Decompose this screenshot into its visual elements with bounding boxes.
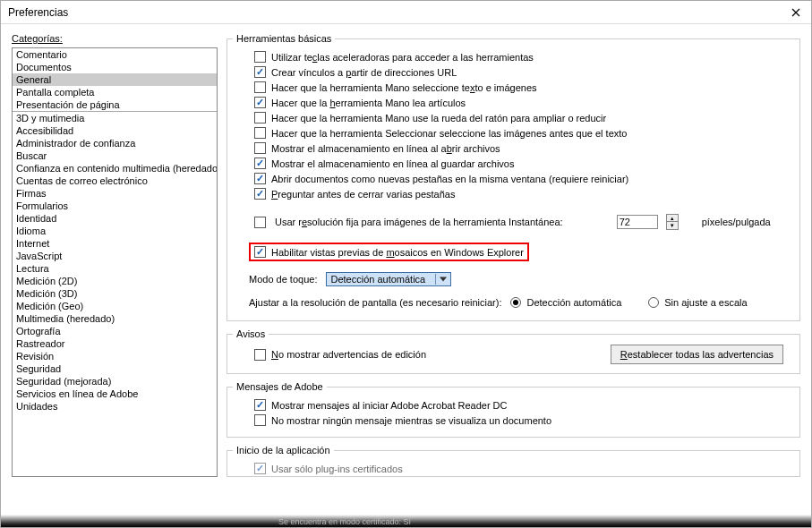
option-checkbox[interactable] — [254, 158, 266, 169]
category-item[interactable]: Servicios en línea de Adobe — [13, 387, 217, 400]
startup-legend: Inicio de la aplicación — [233, 445, 334, 456]
option-row: Mostrar el almacenamiento en línea al ab… — [254, 141, 783, 156]
category-item[interactable]: JavaScript — [13, 250, 217, 262]
option-checkbox[interactable] — [254, 66, 266, 78]
option-checkbox[interactable] — [254, 399, 266, 411]
option-row: Abrir documentos como nuevas pestañas en… — [254, 171, 783, 186]
category-item[interactable]: Ortografía — [13, 325, 217, 337]
option-row: No mostrar ningún mensaje mientras se vi… — [254, 413, 783, 428]
fixed-resolution-checkbox[interactable] — [254, 217, 266, 228]
avisos-legend: Avisos — [233, 328, 269, 339]
option-label: Preguntar antes de cerrar varias pestaña… — [271, 189, 455, 200]
category-item[interactable]: Revisión — [13, 350, 217, 362]
snapshot-resolution-row: Usar resolución fija para imágenes de la… — [254, 210, 783, 234]
window-title: Preferencias — [8, 6, 68, 19]
category-item[interactable]: Seguridad (mejorada) — [13, 375, 217, 387]
scale-none-radio[interactable]: Sin ajuste a escala — [648, 297, 747, 308]
category-item[interactable]: Unidades — [13, 400, 217, 413]
resolution-input[interactable] — [617, 215, 658, 229]
category-item[interactable]: Buscar — [13, 149, 217, 162]
category-item[interactable]: Pantalla completa — [13, 86, 217, 98]
category-item[interactable]: Firmas — [13, 187, 217, 200]
option-checkbox[interactable] — [254, 188, 266, 200]
option-checkbox[interactable] — [254, 112, 266, 123]
scale-auto-label: Detección automática — [526, 297, 621, 308]
resolution-unit: píxeles/pulgada — [702, 217, 771, 227]
enable-thumbnails-checkbox[interactable] — [254, 246, 266, 258]
avisos-group: Avisos No mostrar advertencias de edició… — [227, 328, 800, 374]
dialog-content: Categorías: ComentarioDocumentosGeneralP… — [1, 24, 811, 527]
touch-mode-row: Modo de toque: Detección automática — [249, 268, 783, 290]
scale-row: Ajustar a la resolución de pantalla (es … — [249, 294, 783, 311]
option-checkbox[interactable] — [254, 81, 266, 93]
option-checkbox[interactable] — [254, 142, 266, 154]
category-item[interactable]: Rastreador — [13, 337, 217, 350]
category-item[interactable]: Medición (Geo) — [13, 300, 217, 312]
category-item[interactable]: Seguridad — [13, 362, 217, 375]
category-item[interactable]: Cuentas de correo electrónico — [13, 175, 217, 187]
touch-mode-label: Modo de toque: — [249, 274, 317, 285]
option-checkbox[interactable] — [254, 173, 266, 184]
category-item[interactable]: Comentario — [13, 48, 217, 61]
basic-tools-group: Herramientas básicas Utilizar teclas ace… — [227, 33, 800, 321]
scale-auto-radio[interactable]: Detección automática — [510, 297, 621, 308]
category-item[interactable]: Medición (3D) — [13, 287, 217, 300]
category-item[interactable]: Internet — [13, 237, 217, 250]
adobe-messages-group: Mensajes de Adobe Mostrar mensajes al in… — [227, 381, 800, 438]
option-checkbox[interactable] — [254, 51, 266, 63]
category-item[interactable]: 3D y mutimedia — [13, 112, 217, 124]
touch-mode-value: Detección automática — [330, 274, 425, 285]
option-label: Hacer que la herramienta Mano lea artícu… — [271, 98, 466, 108]
settings-panel: Herramientas básicas Utilizar teclas ace… — [227, 33, 800, 518]
option-label: Mostrar mensajes al iniciar Adobe Acroba… — [271, 400, 508, 411]
option-label: Hacer que la herramienta Mano seleccione… — [271, 82, 537, 93]
categories-list[interactable]: ComentarioDocumentosGeneralPantalla comp… — [12, 47, 218, 477]
option-label: Mostrar el almacenamiento en línea al gu… — [271, 158, 515, 169]
close-icon — [791, 8, 800, 17]
category-item[interactable]: Presentación de página — [13, 98, 217, 111]
option-label: No mostrar ningún mensaje mientras se vi… — [271, 415, 551, 426]
basic-tools-legend: Herramientas básicas — [233, 33, 335, 44]
reset-warnings-button[interactable]: Restablecer todas las advertencias — [611, 345, 783, 364]
certified-plugins-label: Usar sólo plug-ins certificados — [271, 464, 403, 474]
radio-dot-icon — [510, 297, 521, 308]
certified-plugins-checkbox[interactable] — [254, 463, 266, 474]
option-label: Crear vínculos a partir de direcciones U… — [271, 67, 457, 78]
titlebar: Preferencias — [1, 1, 811, 24]
category-item[interactable]: Lectura — [13, 262, 217, 275]
option-checkbox[interactable] — [254, 97, 266, 108]
option-row: Hacer que la herramienta Mano lea artícu… — [254, 95, 783, 110]
close-button[interactable] — [788, 4, 804, 21]
option-row: Mostrar el almacenamiento en línea al gu… — [254, 156, 783, 171]
option-row: Utilizar teclas aceleradoras para accede… — [254, 49, 783, 64]
highlighted-option: Habilitar vistas previas de mosaicos en … — [249, 243, 529, 261]
category-item[interactable]: Formularios — [13, 200, 217, 212]
touch-mode-select[interactable]: Detección automática — [326, 272, 451, 286]
hide-edit-warnings-checkbox[interactable] — [254, 349, 266, 361]
option-label: Mostrar el almacenamiento en línea al ab… — [271, 143, 500, 154]
category-item[interactable]: Administrador de confianza — [13, 137, 217, 149]
option-checkbox[interactable] — [254, 414, 266, 426]
category-item[interactable]: Identidad — [13, 212, 217, 225]
category-item[interactable]: Multimedia (heredado) — [13, 312, 217, 325]
fixed-resolution-label: Usar resolución fija para imágenes de la… — [275, 217, 563, 227]
option-label: Abrir documentos como nuevas pestañas en… — [271, 174, 628, 184]
option-row: Mostrar mensajes al iniciar Adobe Acroba… — [254, 397, 783, 413]
category-item[interactable]: Medición (2D) — [13, 275, 217, 287]
category-item[interactable]: Accesibilidad — [13, 124, 217, 137]
option-label: Utilizar teclas aceleradoras para accede… — [271, 52, 534, 63]
option-row: Preguntar antes de cerrar varias pestaña… — [254, 186, 783, 201]
radio-dot-icon — [648, 297, 659, 308]
category-item[interactable]: Confianza en contenido multimedia (hered… — [13, 162, 217, 175]
category-item[interactable]: General — [13, 73, 217, 86]
resolution-spinner[interactable]: ▲▼ — [666, 214, 679, 230]
enable-thumbnails-label: Habilitar vistas previas de mosaicos en … — [271, 247, 524, 258]
category-item[interactable]: Idioma — [13, 225, 217, 237]
scale-label: Ajustar a la resolución de pantalla (es … — [249, 297, 501, 308]
option-row: Hacer que la herramienta Mano seleccione… — [254, 80, 783, 95]
option-row: Hacer que la herramienta Mano use la rue… — [254, 110, 783, 125]
category-item[interactable]: Documentos — [13, 61, 217, 73]
option-checkbox[interactable] — [254, 127, 266, 139]
scale-none-label: Sin ajuste a escala — [664, 297, 747, 308]
sidebar: Categorías: ComentarioDocumentosGeneralP… — [12, 33, 218, 518]
